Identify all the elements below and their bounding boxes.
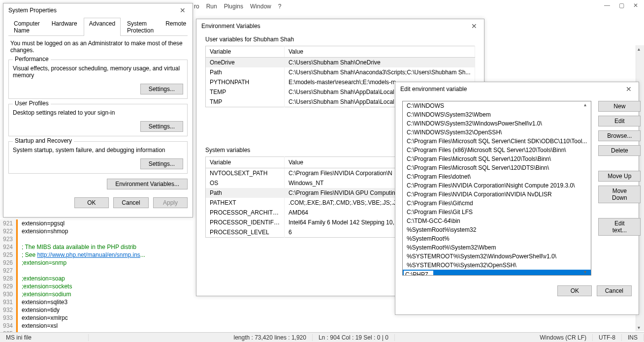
- col-variable[interactable]: Variable: [206, 157, 285, 168]
- cancel-button[interactable]: Cancel: [113, 197, 148, 208]
- col-variable[interactable]: Variable: [206, 46, 285, 58]
- close-icon[interactable]: ✕: [178, 6, 188, 14]
- list-item[interactable]: C:\Program Files\Git LFS: [403, 208, 591, 217]
- tab-remote[interactable]: Remote: [160, 18, 192, 36]
- userprofiles-desc: Desktop settings related to your sign-in: [13, 109, 183, 116]
- userprofiles-settings-button[interactable]: Settings...: [140, 121, 183, 132]
- dialog-title: Edit environment variable: [400, 86, 467, 93]
- list-item[interactable]: C:\Program Files\Microsoft SQL Server\12…: [403, 163, 591, 172]
- list-item[interactable]: C:\Program Files\Microsoft SQL Server\12…: [403, 155, 591, 163]
- maximize-icon[interactable]: ▢: [619, 2, 624, 9]
- delete-button[interactable]: Delete: [598, 145, 641, 156]
- dialog-title: Environment Variables: [201, 23, 260, 30]
- menu-item[interactable]: ?: [278, 3, 282, 10]
- tab-hardware[interactable]: Hardware: [46, 18, 83, 36]
- startup-settings-button[interactable]: Settings...: [140, 158, 183, 169]
- tab-system-protection[interactable]: System Protection: [122, 18, 159, 36]
- menu-item[interactable]: ro: [194, 3, 199, 10]
- minimize-icon[interactable]: —: [604, 2, 610, 9]
- edit-button[interactable]: Edit: [598, 116, 641, 126]
- list-item[interactable]: C:\WINDOWS\System32\OpenSSH\: [403, 128, 591, 137]
- ok-button[interactable]: OK: [74, 197, 109, 208]
- col-value[interactable]: Value: [285, 46, 475, 58]
- performance-desc: Visual effects, processor scheduling, me…: [13, 65, 183, 79]
- new-button[interactable]: New: [598, 101, 641, 112]
- performance-group-title: Performance: [13, 56, 51, 62]
- code-editor[interactable]: 9219229239249259269279289299309319329339…: [0, 219, 644, 332]
- list-item[interactable]: C:\Program Files\Microsoft SQL Server\Cl…: [403, 137, 591, 146]
- startup-group-title: Startup and Recovery: [13, 137, 74, 144]
- window-controls: — ▢ ✕: [598, 0, 644, 11]
- startup-desc: System startup, system failure, and debu…: [13, 147, 183, 154]
- apply-button: Apply: [153, 197, 188, 208]
- list-item[interactable]: C:\Program Files (x86)\Microsoft SQL Ser…: [403, 146, 591, 155]
- list-item[interactable]: C:\WINDOWS\System32\Wbem: [403, 110, 591, 119]
- table-row[interactable]: PathC:\Users\Shubham Shah\Anaconda3\Scri…: [206, 67, 475, 77]
- list-item[interactable]: C:\Program Files\NVIDIA Corporation\NVID…: [403, 190, 591, 199]
- move-down-button[interactable]: Move Down: [598, 186, 641, 203]
- system-properties-dialog: System Properties ✕ Computer NameHardwar…: [3, 3, 193, 218]
- environment-variables-button[interactable]: Environment Variables...: [107, 179, 188, 189]
- sysprops-tabs: Computer NameHardwareAdvancedSystem Prot…: [8, 17, 188, 36]
- status-bar: MS ini file length : 73,420 lines : 1,92…: [0, 332, 644, 342]
- userprofiles-group-title: User Profiles: [13, 100, 51, 107]
- list-item[interactable]: C:\Program Files\dotnet\: [403, 172, 591, 181]
- list-item[interactable]: C:\Program Files\NVIDIA Corporation\Nsig…: [403, 181, 591, 190]
- status-position: Ln : 904 Col : 19 Sel : 0 | 0: [313, 334, 395, 341]
- status-eol: Windows (CR LF): [534, 334, 593, 341]
- list-item[interactable]: C:\WINDOWS\System32\WindowsPowerShell\v1…: [403, 119, 591, 128]
- performance-settings-button[interactable]: Settings...: [140, 84, 183, 94]
- table-row[interactable]: OneDriveC:\Users\Shubham Shah\OneDrive: [206, 58, 475, 68]
- move-up-button[interactable]: Move Up: [598, 171, 641, 182]
- status-encoding: UTF-8: [593, 334, 622, 341]
- close-icon[interactable]: ✕: [633, 2, 638, 9]
- browse-button[interactable]: Browse...: [598, 130, 641, 141]
- status-length: length : 73,420 lines : 1,920: [227, 334, 312, 341]
- tab-advanced[interactable]: Advanced: [84, 18, 121, 36]
- menu-item[interactable]: Window: [250, 3, 271, 10]
- dialog-title: System Properties: [8, 7, 57, 14]
- app-menubar: roRunPluginsWindow?: [194, 0, 281, 13]
- close-icon[interactable]: ✕: [469, 22, 479, 30]
- admin-warning: You must be logged on as an Administrato…: [3, 36, 193, 55]
- list-item[interactable]: C:\WINDOWS: [403, 101, 591, 110]
- list-item[interactable]: C:\Program Files\Git\cmd: [403, 199, 591, 208]
- status-filetype: MS ini file: [0, 334, 89, 341]
- menu-item[interactable]: Run: [206, 3, 217, 10]
- tab-computer-name[interactable]: Computer Name: [8, 18, 45, 36]
- user-vars-label: User variables for Shubham Shah: [205, 36, 475, 43]
- status-insert-mode: INS: [622, 334, 644, 341]
- menu-item[interactable]: Plugins: [224, 3, 243, 10]
- close-icon[interactable]: ✕: [624, 85, 634, 93]
